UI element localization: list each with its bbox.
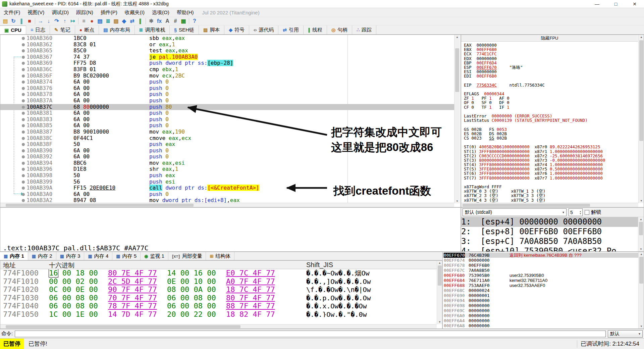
- stack-row[interactable]: 00EFF69000000001: [443, 293, 638, 298]
- tab-breakpoints[interactable]: ●断点: [75, 26, 99, 34]
- tab-source[interactable]: ‹›源代码: [249, 26, 278, 34]
- scroll-thumb[interactable]: [639, 40, 643, 141]
- scroll-down-icon[interactable]: ▼: [454, 200, 460, 203]
- tab-call-stack[interactable]: ≣调用堆栈: [135, 26, 170, 34]
- argument-count-spinner[interactable]: 5 ▴▾: [569, 208, 583, 216]
- breakpoint-dot[interactable]: [22, 43, 25, 46]
- unlock-checkbox-wrap[interactable]: 解锁: [585, 209, 601, 215]
- disasm-row[interactable]: 100AB396D1E8shr eax,1: [0, 166, 454, 172]
- disasm-row[interactable]: 100AB369FF75 D8push dword ptr ss:[ebp-28…: [0, 60, 454, 66]
- breakpoint-dot[interactable]: [22, 49, 25, 52]
- tab-watch-1[interactable]: ◉监视 1: [141, 252, 168, 260]
- breakpoint-dot[interactable]: [22, 137, 25, 140]
- references-icon[interactable]: ⇄: [128, 17, 136, 25]
- disassembly-panel[interactable]: 100AB3601BC0sbb eax,eax100AB36283C8 01or…: [0, 35, 461, 207]
- assemble-az-icon[interactable]: A: [163, 17, 171, 25]
- step-over-icon[interactable]: ↷: [53, 17, 61, 25]
- tab-memory-2[interactable]: ▦内存 2: [28, 252, 56, 260]
- breakpoint-dot[interactable]: [22, 87, 25, 90]
- stack-row[interactable]: 00EFF67400000000: [443, 258, 638, 263]
- disasm-row[interactable]: 100AB3601BC0sbb eax,eax: [0, 35, 454, 42]
- run-to-user-code-icon[interactable]: ↦: [69, 17, 77, 25]
- disasm-row[interactable]: 100AB36FB9 BC020000mov ecx,2BC: [0, 73, 454, 79]
- disasm-row[interactable]: 100AB3766A 00push 0: [0, 85, 454, 92]
- registers-vscrollbar[interactable]: ▲ ▼: [638, 35, 644, 203]
- breakpoint-dot[interactable]: [22, 193, 25, 196]
- scroll-thumb[interactable]: [6, 325, 240, 328]
- command-mode-dropdown[interactable]: 默认 ▾: [608, 330, 643, 338]
- stack-row[interactable]: 00EFF69C00000000: [443, 308, 638, 313]
- disasm-row[interactable]: 100AB3786A 00push 0: [0, 91, 454, 98]
- stack-row[interactable]: 00EFF67C7A0A8B50: [443, 268, 638, 273]
- menu-options[interactable]: 选项(O): [148, 9, 173, 16]
- breakpoint-dot[interactable]: [22, 56, 25, 59]
- dump-row[interactable]: 774F10200C 00 0E 0090 7F 4F 7708 00 0A 0…: [0, 286, 437, 294]
- tab-memory-4[interactable]: ▦内存 4: [84, 252, 112, 260]
- breakpoint-dot[interactable]: [22, 81, 25, 84]
- breakpoint-dot[interactable]: [22, 143, 25, 146]
- stack-row[interactable]: 00EFF688753AAEF0user32.753AAEF0: [443, 283, 638, 288]
- menu-plugins[interactable]: 插件(P): [97, 9, 121, 16]
- stack-row[interactable]: 00EFF6A400000000: [443, 318, 638, 323]
- disasm-row[interactable]: 100AB36774 37je pal.100AB3A0: [0, 54, 454, 60]
- breakpoint-dot[interactable]: [22, 199, 25, 202]
- minimize-button[interactable]: —: [588, 0, 606, 8]
- breakpoint-dot[interactable]: [22, 106, 25, 109]
- breakpoint-dot[interactable]: [22, 93, 25, 96]
- scroll-down-icon[interactable]: ▼: [638, 248, 644, 251]
- disasm-row[interactable]: 100AB36283C8 01or eax,1: [0, 42, 454, 48]
- tab-notes[interactable]: ✎笔记: [50, 26, 75, 34]
- breakpoint-dot[interactable]: [22, 99, 25, 102]
- open-file-icon[interactable]: ▤: [1, 17, 9, 25]
- scroll-up-icon[interactable]: ▲: [639, 253, 644, 256]
- log-icon[interactable]: ≡: [80, 17, 88, 25]
- registers-panel[interactable]: 隐藏FPU EAX 00000000EBX 00EFF6B0ECX 774E1C…: [461, 35, 644, 207]
- stack-row[interactable]: 00EFF6A000000000: [443, 313, 638, 318]
- menu-trace[interactable]: 跟踪(N): [72, 9, 97, 16]
- tab-references[interactable]: ⇄引用: [278, 26, 304, 34]
- unlock-checkbox[interactable]: [585, 210, 589, 215]
- graph-icon[interactable]: ▦: [179, 17, 187, 25]
- breakpoint-dot[interactable]: [22, 187, 25, 190]
- calling-convention-dropdown[interactable]: 默认 (stdcall) ▾: [463, 208, 567, 216]
- spinner-arrows-icon[interactable]: ▴▾: [580, 210, 581, 215]
- stack-row[interactable]: 00EFF67076C4B39B返回到 kernelbase.76C4B39B …: [443, 253, 638, 258]
- stack-row[interactable]: 00EFF69400000000: [443, 298, 638, 303]
- step-into-icon[interactable]: ↓: [45, 17, 53, 25]
- scroll-up-icon[interactable]: ▲: [454, 36, 460, 39]
- stack-argument-row[interactable]: 1: [esp+4] 00000000 00000000: [461, 217, 638, 227]
- stack-row[interactable]: 00EFF680753905B0user32.753905B0: [443, 273, 638, 278]
- stack-row[interactable]: 00EFF6A800000000: [443, 323, 638, 328]
- breakpoint-dot[interactable]: [22, 131, 25, 134]
- scroll-down-icon[interactable]: ▼: [639, 199, 644, 202]
- arguments-panel[interactable]: 默认 (stdcall) ▾ 5 ▴▾ 解锁 1: [esp+4] 000000…: [461, 207, 644, 252]
- stack-argument-row[interactable]: 2: [esp+8] 00EFF6B0 00EFF6B0: [461, 227, 638, 237]
- dump-vscrollbar[interactable]: ▲ ▼: [437, 261, 442, 324]
- maximize-button[interactable]: □: [606, 0, 625, 8]
- tab-trace[interactable]: ∴跟踪: [352, 26, 376, 34]
- menu-file[interactable]: 文件(F): [0, 9, 24, 16]
- breakpoint-dot[interactable]: [22, 37, 25, 40]
- menu-view[interactable]: 视图(V): [24, 9, 48, 16]
- breakpoint-dot[interactable]: [22, 149, 25, 152]
- breakpoint-dot[interactable]: [22, 168, 25, 171]
- dump-row[interactable]: 774F101000 00 02 002C 5D 4F 770E 00 10 0…: [0, 278, 437, 286]
- tab-locals[interactable]: [x=]局部变量: [168, 252, 206, 260]
- symbols-icon[interactable]: ◆: [120, 17, 128, 25]
- scroll-thumb[interactable]: [639, 222, 643, 235]
- disasm-row[interactable]: 100AB36C83FB 01cmp ebx,1: [0, 66, 454, 73]
- breakpoints-icon[interactable]: ●: [88, 17, 96, 25]
- disasm-row[interactable]: 100AB3836A 00push 0: [0, 116, 454, 123]
- dump-row[interactable]: 774F10501C 00 1E 0014 7D 4F 7720 00 22 0…: [0, 310, 437, 317]
- call-stack-icon[interactable]: ≣: [104, 17, 112, 25]
- stack-row[interactable]: 00EFF68476E711A0kernel32.76E711A0: [443, 278, 638, 283]
- step-out-icon[interactable]: ↑: [61, 17, 69, 25]
- dump-row[interactable]: 774F100016 00 18 0080 7E 4F 7714 00 16 0…: [0, 269, 437, 278]
- tab-memory-5[interactable]: ▦内存 5: [112, 252, 141, 260]
- patch-hash-icon[interactable]: #: [171, 17, 179, 25]
- tab-memory-map[interactable]: ▤内存布局: [99, 26, 135, 34]
- scroll-up-icon[interactable]: ▲: [437, 261, 442, 264]
- dump-hscrollbar[interactable]: [0, 324, 437, 329]
- breakpoint-dot[interactable]: [22, 68, 25, 71]
- tab-handles[interactable]: ◎句柄: [327, 26, 352, 34]
